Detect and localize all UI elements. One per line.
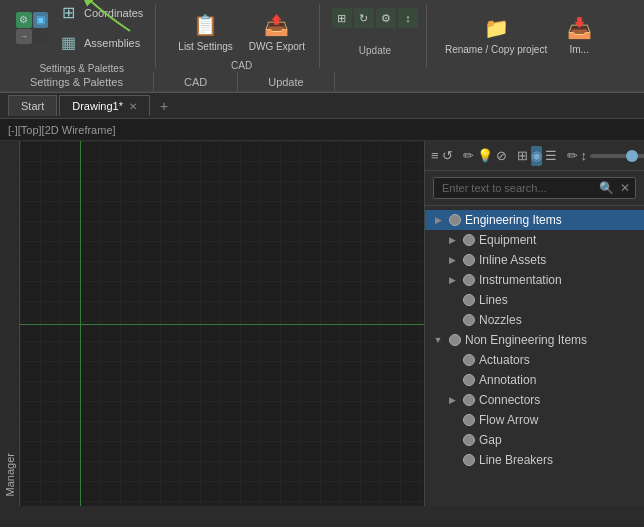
label-non-engineering-items: Non Engineering Items xyxy=(465,333,587,347)
assemblies-icon: ▦ xyxy=(56,31,80,55)
tree-item-actuators[interactable]: ▶ Actuators xyxy=(425,350,644,370)
cad-label: CAD xyxy=(231,60,252,71)
ribbon-group-settings: ⚙ ▣ → ⊞ Coordinates ▦ Assemblies xyxy=(8,4,156,68)
dwg-export-icon: 📤 xyxy=(261,9,293,41)
tree-item-engineering-items[interactable]: ▶ Engineering Items xyxy=(425,210,644,230)
dot-nozzles xyxy=(463,314,475,326)
dot-engineering-items xyxy=(449,214,461,226)
palette-slider-thumb xyxy=(626,150,638,162)
list-settings-label: List Settings xyxy=(178,41,232,52)
dot-annotation xyxy=(463,374,475,386)
tree-item-nozzles[interactable]: ▶ Nozzles xyxy=(425,310,644,330)
dot-connectors xyxy=(463,394,475,406)
label-gap: Gap xyxy=(479,433,502,447)
dot-flow-arrow xyxy=(463,414,475,426)
palette-noentry-button[interactable]: ⊘ xyxy=(496,146,507,166)
tree-item-annotation[interactable]: ▶ Annotation xyxy=(425,370,644,390)
label-inline-assets: Inline Assets xyxy=(479,253,546,267)
tab-drawing1[interactable]: Drawing1* ✕ xyxy=(59,95,150,116)
coordinates-label: Coordinates xyxy=(84,7,143,19)
tree-item-gap[interactable]: ▶ Gap xyxy=(425,430,644,450)
coordinates-icon: ⊞ xyxy=(56,1,80,25)
manager-label: Manager xyxy=(4,453,16,496)
tree-item-non-engineering-items[interactable]: ▼ Non Engineering Items xyxy=(425,330,644,350)
add-tab-button[interactable]: + xyxy=(152,94,176,118)
coordinates-button[interactable]: ⊞ Coordinates xyxy=(52,0,147,27)
tree-item-lines[interactable]: ▶ Lines xyxy=(425,290,644,310)
rename-copy-button[interactable]: 📁 Rename / Copy project xyxy=(439,8,553,60)
label-equipment: Equipment xyxy=(479,233,536,247)
dot-gap xyxy=(463,434,475,446)
axis-vertical xyxy=(80,141,81,506)
dot-inline-assets xyxy=(463,254,475,266)
ribbon-sections: Settings & Palettes CAD Update xyxy=(0,72,644,92)
tree-item-connectors[interactable]: ▶ Connectors xyxy=(425,390,644,410)
search-magnifier-icon: 🔍 xyxy=(599,181,614,195)
section-settings-palettes: Settings & Palettes xyxy=(0,72,154,91)
import-label: Im... xyxy=(569,44,588,55)
label-annotation: Annotation xyxy=(479,373,536,387)
chevron-equipment: ▶ xyxy=(445,233,459,247)
ribbon-group-update: ⊞ ↻ ⚙ ↕ Update xyxy=(324,4,427,68)
chevron-instrumentation: ▶ xyxy=(445,273,459,287)
ribbon-group-rename: 📁 Rename / Copy project 📥 Im... xyxy=(431,4,609,68)
tree-item-instrumentation[interactable]: ▶ Instrumentation xyxy=(425,270,644,290)
dot-actuators xyxy=(463,354,475,366)
tab-start[interactable]: Start xyxy=(8,95,57,116)
update-icon-3[interactable]: ⚙ xyxy=(376,8,396,28)
manager-tab[interactable]: Manager xyxy=(0,141,20,506)
tree-item-line-breakers[interactable]: ▶ Line Breakers xyxy=(425,450,644,470)
palette-tree: ▶ Engineering Items ▶ Equipment ▶ Inline… xyxy=(425,206,644,506)
list-settings-button[interactable]: 📋 List Settings xyxy=(172,5,238,56)
dot-equipment xyxy=(463,234,475,246)
label-nozzles: Nozzles xyxy=(479,313,522,327)
doc-tabs: Start Drawing1* ✕ + xyxy=(0,93,644,119)
import-icon: 📥 xyxy=(563,12,595,44)
palette-toolbar: ≡ ↺ ✏ 💡 ⊘ ⊞ ◉ ☰ ✏ ↕ xyxy=(425,141,644,171)
palette-search-area: 🔍 ✕ xyxy=(425,171,644,206)
dwg-export-button[interactable]: 📤 DWG Export xyxy=(243,5,311,56)
chevron-engineering-items: ▶ xyxy=(431,213,445,227)
main-area: Manager ≡ ↺ ✏ 💡 ⊘ ⊞ ◉ ☰ ✏ ↕ xyxy=(0,141,644,506)
update-icon-1[interactable]: ⊞ xyxy=(332,8,352,28)
assemblies-label: Assemblies xyxy=(84,37,140,49)
update-icon-4[interactable]: ↕ xyxy=(398,8,418,28)
label-lines: Lines xyxy=(479,293,508,307)
label-instrumentation: Instrumentation xyxy=(479,273,562,287)
palette-refresh-button[interactable]: ↺ xyxy=(442,146,453,166)
tab-drawing1-close[interactable]: ✕ xyxy=(129,101,137,112)
palette-menu-button[interactable]: ≡ xyxy=(431,146,439,166)
rename-copy-icon: 📁 xyxy=(480,12,512,44)
tree-item-flow-arrow[interactable]: ▶ Flow Arrow xyxy=(425,410,644,430)
tree-item-equipment[interactable]: ▶ Equipment xyxy=(425,230,644,250)
assemblies-button[interactable]: ▦ Assemblies xyxy=(52,29,147,57)
canvas-area[interactable] xyxy=(20,141,424,506)
ribbon-group-cad: 📋 List Settings 📤 DWG Export CAD xyxy=(164,4,320,68)
label-connectors: Connectors xyxy=(479,393,540,407)
palette-pencil-button[interactable]: ✏ xyxy=(463,146,474,166)
update-icon-2[interactable]: ↻ xyxy=(354,8,374,28)
palette-bulb-button[interactable]: 💡 xyxy=(477,146,493,166)
list-settings-icon: 📋 xyxy=(190,9,222,41)
dwg-export-label: DWG Export xyxy=(249,41,305,52)
label-flow-arrow: Flow Arrow xyxy=(479,413,538,427)
label-actuators: Actuators xyxy=(479,353,530,367)
update-label: Update xyxy=(359,32,391,68)
palette-draw-button[interactable]: ✏ xyxy=(567,146,578,166)
chevron-non-engineering-items: ▼ xyxy=(431,333,445,347)
dot-lines xyxy=(463,294,475,306)
search-clear-icon[interactable]: ✕ xyxy=(620,181,630,195)
palette-list-button[interactable]: ☰ xyxy=(545,146,557,166)
label-line-breakers: Line Breakers xyxy=(479,453,553,467)
chevron-inline-assets: ▶ xyxy=(445,253,459,267)
palette-circle-button[interactable]: ◉ xyxy=(531,146,542,166)
palette-toolbar-right xyxy=(590,154,644,158)
ribbon: ⚙ ▣ → ⊞ Coordinates ▦ Assemblies xyxy=(0,0,644,93)
palette-grid-button[interactable]: ⊞ xyxy=(517,146,528,166)
palette-size-slider[interactable] xyxy=(590,154,644,158)
search-wrapper: 🔍 ✕ xyxy=(433,177,636,199)
tree-item-inline-assets[interactable]: ▶ Inline Assets xyxy=(425,250,644,270)
section-cad: CAD xyxy=(154,72,238,91)
import-button[interactable]: 📥 Im... xyxy=(557,8,601,59)
palette-sort-button[interactable]: ↕ xyxy=(581,146,588,166)
